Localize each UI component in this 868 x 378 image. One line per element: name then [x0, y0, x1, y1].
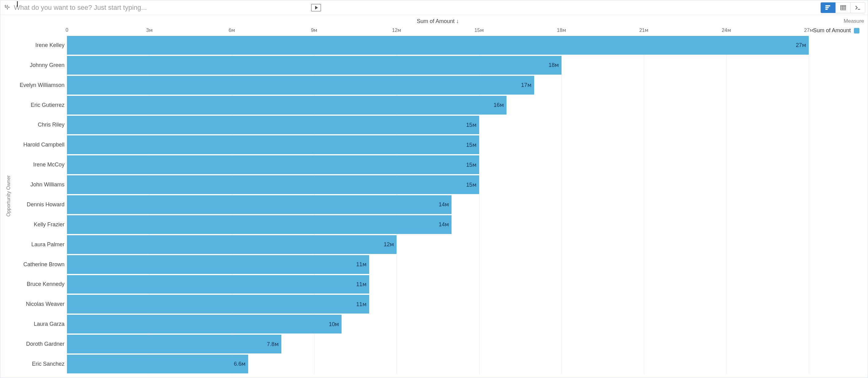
category-axis-col: Irene KelleyJohnny GreenEvelyn Williamso…	[13, 18, 67, 374]
legend-swatch	[854, 28, 859, 33]
bar-row: 14ᴍ	[67, 195, 809, 215]
legend-item[interactable]: Sum of Amount	[813, 27, 864, 34]
x-tick: 24ᴍ	[722, 27, 731, 33]
bar[interactable]: 7.8ᴍ	[67, 335, 281, 353]
category-label[interactable]: Chris Riley	[13, 115, 67, 135]
bar[interactable]: 11ᴍ	[67, 295, 369, 314]
bar[interactable]: 27ᴍ	[67, 36, 809, 55]
saql-mode-button[interactable]	[850, 2, 865, 13]
bar-value-label: 17ᴍ	[521, 82, 532, 88]
bar-row: 15ᴍ	[67, 155, 809, 175]
bar-value-label: 14ᴍ	[439, 221, 449, 228]
bar[interactable]: 14ᴍ	[67, 215, 452, 234]
category-label[interactable]: Irene Kelley	[13, 35, 67, 55]
x-tick: 27ᴍ	[804, 27, 813, 33]
bar[interactable]: 10ᴍ	[67, 315, 342, 334]
x-tick: 12ᴍ	[392, 27, 401, 33]
bar-row: 15ᴍ	[67, 135, 809, 155]
category-label[interactable]: Dennis Howard	[13, 195, 67, 215]
category-label[interactable]: Catherine Brown	[13, 255, 67, 275]
bars: 27ᴍ18ᴍ17ᴍ16ᴍ15ᴍ15ᴍ15ᴍ15ᴍ14ᴍ14ᴍ12ᴍ11ᴍ11ᴍ1…	[67, 35, 809, 374]
chart-mode-button[interactable]	[821, 2, 835, 13]
bar-row: 15ᴍ	[67, 115, 809, 135]
category-label[interactable]: Kelly Frazier	[13, 215, 67, 234]
category-label[interactable]: Evelyn Williamson	[13, 75, 67, 95]
search-wrap: I	[14, 4, 321, 12]
bar-value-label: 27ᴍ	[796, 42, 806, 49]
y-axis-label-col: Opportunity Owner	[4, 18, 13, 374]
sparkle-icon	[4, 4, 11, 11]
bar-value-label: 16ᴍ	[494, 102, 504, 108]
bar-value-label: 7.8ᴍ	[267, 341, 279, 348]
play-icon	[315, 6, 318, 9]
bar-value-label: 15ᴍ	[466, 161, 477, 168]
category-label[interactable]: Eric Gutierrez	[13, 95, 67, 115]
category-label[interactable]: Laura Palmer	[13, 234, 67, 255]
bar[interactable]: 15ᴍ	[67, 155, 479, 174]
bar[interactable]: 14ᴍ	[67, 195, 452, 214]
bar-row: 10ᴍ	[67, 314, 809, 334]
bar-value-label: 15ᴍ	[466, 122, 477, 128]
category-label[interactable]: Harold Campbell	[13, 135, 67, 155]
app-frame: I	[0, 0, 868, 378]
chart-title: Sum of Amount ↓	[417, 18, 459, 25]
chart-area: Opportunity Owner Irene KelleyJohnny Gre…	[0, 15, 868, 378]
bar-value-label: 11ᴍ	[356, 301, 367, 308]
category-label[interactable]: Bruce Kennedy	[13, 275, 67, 294]
plot-col: Sum of Amount ↓ 03ᴍ6ᴍ9ᴍ12ᴍ15ᴍ18ᴍ21ᴍ24ᴍ27…	[67, 18, 809, 374]
x-tick: 21ᴍ	[639, 27, 648, 33]
category-label[interactable]: Irene McCoy	[13, 155, 67, 175]
category-label[interactable]: Johnny Green	[13, 55, 67, 75]
bar-row: 15ᴍ	[67, 175, 809, 195]
topbar: I	[0, 0, 868, 15]
bar[interactable]: 6.6ᴍ	[67, 355, 248, 373]
bar-row: 27ᴍ	[67, 35, 809, 55]
chart-title-row: Sum of Amount ↓	[67, 18, 809, 27]
bar-value-label: 14ᴍ	[439, 201, 449, 208]
x-tick: 18ᴍ	[557, 27, 566, 33]
bar[interactable]: 18ᴍ	[67, 56, 561, 74]
bar-row: 14ᴍ	[67, 215, 809, 234]
bar[interactable]: 11ᴍ	[67, 275, 369, 294]
legend-title: Measure	[813, 18, 864, 27]
bar-value-label: 6.6ᴍ	[234, 360, 246, 367]
bar-row: 16ᴍ	[67, 95, 809, 115]
category-label[interactable]: Eric Sanchez	[13, 354, 67, 374]
bar-value-label: 12ᴍ	[384, 241, 394, 248]
category-label[interactable]: Doroth Gardner	[13, 334, 67, 354]
run-query-button[interactable]	[311, 4, 321, 11]
category-list: Irene KelleyJohnny GreenEvelyn Williamso…	[13, 35, 67, 374]
bar-value-label: 11ᴍ	[356, 261, 367, 268]
svg-rect-3	[840, 5, 845, 10]
svg-rect-1	[826, 7, 829, 8]
bars-wrap: 27ᴍ18ᴍ17ᴍ16ᴍ15ᴍ15ᴍ15ᴍ15ᴍ14ᴍ14ᴍ12ᴍ11ᴍ11ᴍ1…	[67, 35, 809, 374]
bar[interactable]: 12ᴍ	[67, 235, 397, 254]
bar-row: 11ᴍ	[67, 255, 809, 275]
search-input[interactable]	[14, 4, 309, 12]
x-tick: 0	[66, 27, 68, 33]
x-ticks-inner: 03ᴍ6ᴍ9ᴍ12ᴍ15ᴍ18ᴍ21ᴍ24ᴍ27ᴍ	[67, 27, 809, 35]
bar[interactable]: 15ᴍ	[67, 175, 479, 194]
bar[interactable]: 16ᴍ	[67, 96, 506, 115]
category-label[interactable]: John Williams	[13, 175, 67, 195]
svg-rect-0	[826, 5, 830, 6]
category-label[interactable]: Laura Garza	[13, 314, 67, 334]
bar[interactable]: 17ᴍ	[67, 76, 534, 95]
view-mode-group	[820, 2, 865, 13]
table-icon	[840, 4, 846, 11]
bar[interactable]: 15ᴍ	[67, 116, 479, 134]
bar[interactable]: 15ᴍ	[67, 135, 479, 154]
x-tick: 15ᴍ	[474, 27, 484, 33]
legend-series-label: Sum of Amount	[813, 27, 851, 34]
svg-rect-2	[826, 9, 828, 9]
bar-value-label: 18ᴍ	[549, 62, 559, 68]
bar-row: 18ᴍ	[67, 55, 809, 75]
y-axis-label: Opportunity Owner	[6, 175, 11, 217]
terminal-icon	[855, 4, 861, 11]
bar-value-label: 15ᴍ	[466, 182, 477, 188]
table-mode-button[interactable]	[835, 2, 850, 13]
category-label[interactable]: Nicolas Weaver	[13, 294, 67, 314]
bar-value-label: 11ᴍ	[356, 281, 367, 288]
bar-value-label: 15ᴍ	[466, 141, 477, 148]
bar[interactable]: 11ᴍ	[67, 255, 369, 274]
